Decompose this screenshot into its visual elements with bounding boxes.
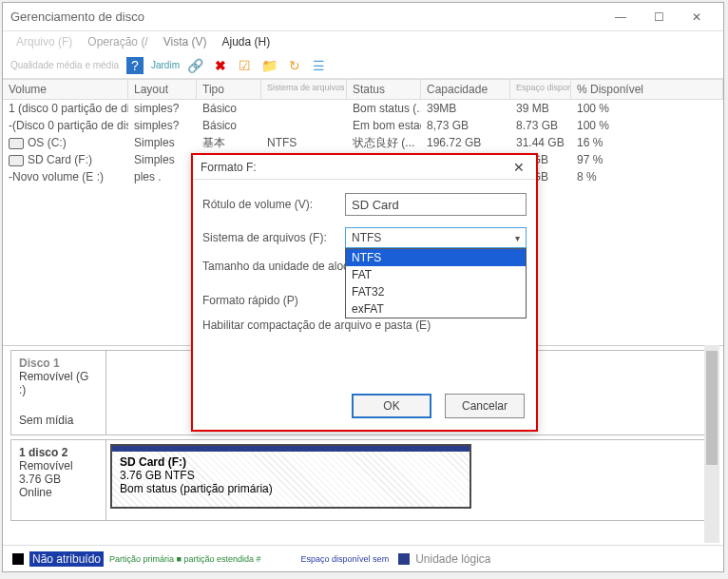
fs-option[interactable]: FAT bbox=[346, 266, 526, 283]
cell-layout: ples . bbox=[128, 169, 197, 184]
partition-topbar bbox=[112, 446, 469, 452]
dialog-titlebar: Formato F: ✕ bbox=[193, 155, 536, 180]
col-volume[interactable]: Volume bbox=[3, 80, 128, 99]
volume-grid-header: Volume Layout Tipo Sistema de arquivos S… bbox=[3, 79, 723, 100]
disk-state: Sem mídia bbox=[19, 414, 98, 427]
cell-pct: 97 % bbox=[571, 152, 666, 167]
legend-primary: Partição primária ■ partição estendida # bbox=[109, 554, 261, 564]
filesystem-combo[interactable]: NTFS ▾ NTFSFATFAT32exFAT bbox=[345, 227, 527, 248]
cell-free: 8.73 GB bbox=[510, 118, 571, 133]
label-compress[interactable]: Habilitar compactação de arquivo e pasta… bbox=[202, 318, 431, 332]
folder-icon[interactable]: 📁 bbox=[261, 57, 278, 74]
filesystem-dropdown[interactable]: NTFSFATFAT32exFAT bbox=[345, 248, 527, 318]
partition-line2: 3.76 GB NTFS bbox=[120, 469, 462, 482]
link-icon[interactable]: 🔗 bbox=[187, 57, 204, 74]
filesystem-selected[interactable]: NTFS ▾ bbox=[345, 227, 527, 248]
disk-size: 3.76 GB bbox=[19, 473, 98, 486]
refresh-icon[interactable]: ↻ bbox=[286, 57, 303, 74]
col-tipo[interactable]: Tipo bbox=[197, 80, 261, 99]
filesystem-value: NTFS bbox=[352, 231, 381, 244]
cell-tipo: Básico bbox=[197, 118, 261, 133]
fs-option[interactable]: NTFS bbox=[346, 249, 526, 266]
cell-layout: simples? bbox=[128, 118, 197, 133]
titlebar: Gerenciamento de disco — ☐ ✕ bbox=[3, 3, 723, 31]
cell-layout: Simples bbox=[128, 135, 197, 150]
cell-volume: -Novo volume (E :) bbox=[3, 169, 128, 184]
disk-name: Disco 1 bbox=[19, 357, 98, 370]
help-icon[interactable]: ? bbox=[126, 57, 144, 74]
drive-icon bbox=[9, 155, 24, 166]
legend-logical-icon bbox=[398, 553, 410, 565]
window-title: Gerenciamento de disco bbox=[10, 10, 602, 24]
scrollbar-thumb[interactable] bbox=[706, 351, 718, 465]
list-icon[interactable]: ☰ bbox=[311, 57, 328, 74]
volume-label-input[interactable] bbox=[345, 193, 527, 216]
toolbar: Qualidade média e média ? Jardim 🔗 ✖ ☑ 📁… bbox=[3, 52, 723, 79]
menu-action[interactable]: Operação (/ bbox=[82, 33, 153, 50]
partition-box[interactable]: SD Card (F:) 3.76 GB NTFS Bom status (pa… bbox=[110, 444, 471, 509]
legend-unalloc-icon bbox=[12, 553, 24, 565]
label-volume: Rótulo de volume (V): bbox=[202, 198, 345, 211]
col-layout[interactable]: Layout bbox=[128, 80, 197, 99]
menu-help[interactable]: Ajuda (H) bbox=[217, 33, 277, 50]
disk-online: Online bbox=[19, 486, 98, 499]
menu-view[interactable]: Vista (V) bbox=[158, 33, 213, 50]
cell-status: Bom status (... bbox=[347, 101, 421, 116]
menu-file[interactable]: Arquivo (F) bbox=[10, 33, 78, 50]
cell-pct: 8 % bbox=[571, 169, 666, 184]
partition-title: SD Card (F:) bbox=[120, 455, 462, 469]
menubar: Arquivo (F) Operação (/ Vista (V) Ajuda … bbox=[3, 31, 723, 52]
col-sistema[interactable]: Sistema de arquivos bbox=[261, 80, 347, 99]
table-row[interactable]: OS (C:)Simples基本NTFS状态良好 (...196.72 GB31… bbox=[3, 134, 723, 151]
vertical-scrollbar[interactable] bbox=[704, 345, 719, 543]
label-quick-format[interactable]: Formato rápido (P) bbox=[202, 294, 298, 307]
col-capacidade[interactable]: Capacidade bbox=[421, 80, 510, 99]
disk-management-window: Gerenciamento de disco — ☐ ✕ Arquivo (F)… bbox=[2, 2, 724, 572]
check-icon[interactable]: ☑ bbox=[237, 57, 254, 74]
col-status[interactable]: Status bbox=[347, 80, 421, 99]
disk-label-area: Disco 1 Removível (G :) Sem mídia bbox=[11, 351, 106, 434]
table-row[interactable]: -(Disco 0 partição de disco 2)simples?Bá… bbox=[3, 117, 723, 134]
cell-status: Em bom estado (... bbox=[347, 118, 421, 133]
cell-cap: 196.72 GB bbox=[421, 135, 510, 150]
cell-status: 状态良好 (... bbox=[347, 134, 421, 152]
chevron-down-icon: ▾ bbox=[515, 233, 520, 243]
cell-volume: 1 (disco 0 partição de disco 1) bbox=[3, 101, 128, 116]
drive-icon bbox=[9, 138, 24, 149]
cell-tipo: Básico bbox=[197, 101, 261, 116]
dialog-buttons: OK Cancelar bbox=[352, 394, 525, 418]
legend: Não atribuído Partição primária ■ partiç… bbox=[3, 545, 723, 571]
legend-unalloc: Não atribuído bbox=[29, 551, 104, 567]
cell-pct: 100 % bbox=[571, 101, 666, 116]
table-row[interactable]: 1 (disco 0 partição de disco 1)simples?B… bbox=[3, 100, 723, 117]
cell-layout: simples? bbox=[128, 101, 197, 116]
cell-free: 31.44 GB bbox=[510, 135, 571, 150]
legend-free: Espaço disponível sem bbox=[301, 554, 390, 564]
col-pct[interactable]: % Disponível bbox=[571, 80, 723, 99]
disk-desc: Removível (G :) bbox=[19, 370, 98, 396]
cell-pct: 16 % bbox=[571, 135, 666, 150]
close-button[interactable]: ✕ bbox=[678, 4, 716, 30]
fs-option[interactable]: exFAT bbox=[346, 300, 526, 318]
disk-desc: Removível bbox=[19, 459, 98, 473]
ok-button[interactable]: OK bbox=[352, 394, 431, 418]
cell-free: 39 MB bbox=[510, 101, 571, 116]
disk-label-area: 1 disco 2 Removível 3.76 GB Online bbox=[11, 440, 106, 520]
cell-cap: 8,73 GB bbox=[421, 118, 510, 133]
cell-pct: 100 % bbox=[571, 118, 666, 133]
format-dialog: Formato F: ✕ Rótulo de volume (V): Siste… bbox=[191, 153, 538, 432]
toolbar-jardim-label[interactable]: Jardim bbox=[151, 60, 180, 70]
dialog-body: Rótulo de volume (V): Sistema de arquivo… bbox=[193, 180, 536, 353]
maximize-button[interactable]: ☐ bbox=[640, 4, 678, 30]
fs-option[interactable]: FAT32 bbox=[346, 283, 526, 300]
cell-sistema bbox=[261, 107, 347, 109]
col-espaco[interactable]: Espaço disponível bbox=[510, 80, 571, 99]
disk-row[interactable]: 1 disco 2 Removível 3.76 GB Online SD Ca… bbox=[10, 439, 716, 521]
delete-icon[interactable]: ✖ bbox=[212, 57, 229, 74]
minimize-button[interactable]: — bbox=[602, 4, 640, 30]
cancel-button[interactable]: Cancelar bbox=[445, 394, 525, 418]
dialog-close-button[interactable]: ✕ bbox=[509, 160, 528, 175]
cell-volume: -(Disco 0 partição de disco 2) bbox=[3, 118, 128, 133]
disk-body: SD Card (F:) 3.76 GB NTFS Bom status (pa… bbox=[106, 440, 715, 520]
cell-volume: OS (C:) bbox=[3, 135, 128, 150]
